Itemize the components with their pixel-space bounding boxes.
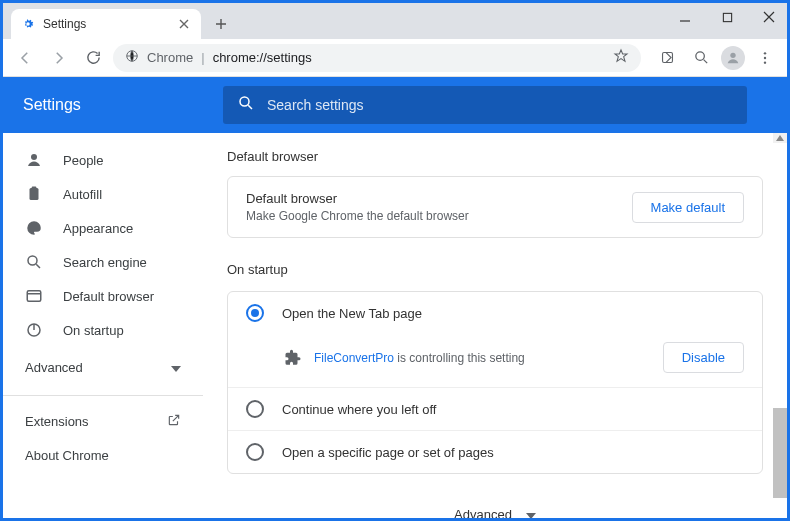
- browser-icon: [25, 287, 43, 305]
- settings-page: Settings People Autofill: [3, 77, 787, 518]
- extension-notice-text: FileConvertPro is controlling this setti…: [314, 351, 525, 365]
- svg-rect-11: [32, 187, 37, 190]
- power-icon: [25, 321, 43, 339]
- sidebar-about-chrome[interactable]: About Chrome: [3, 438, 203, 472]
- svg-rect-10: [30, 188, 39, 200]
- default-browser-secondary: Make Google Chrome the default browser: [246, 209, 469, 223]
- radio-specific-label: Open a specific page or set of pages: [282, 445, 494, 460]
- clipboard-icon: [25, 185, 43, 203]
- svg-point-5: [764, 52, 766, 54]
- settings-sidebar: People Autofill Appearance Search engine…: [3, 133, 203, 518]
- browser-tab[interactable]: Settings: [11, 9, 201, 39]
- extension-puzzle-icon: [284, 349, 302, 367]
- site-info-icon[interactable]: [125, 49, 139, 66]
- close-tab-icon[interactable]: [177, 17, 191, 31]
- new-tab-button[interactable]: [209, 12, 233, 36]
- browser-toolbar: Chrome | chrome://settings: [3, 39, 787, 77]
- sidebar-label: Autofill: [63, 187, 102, 202]
- section-startup-title: On startup: [227, 262, 763, 277]
- toolbar-right: [653, 44, 779, 72]
- sidebar-about-label: About Chrome: [25, 448, 109, 463]
- make-default-button[interactable]: Make default: [632, 192, 744, 223]
- extension-notice-suffix: is controlling this setting: [394, 351, 525, 365]
- back-button[interactable]: [11, 44, 39, 72]
- window-controls: [671, 7, 783, 27]
- sidebar-item-people[interactable]: People: [3, 143, 203, 177]
- external-link-icon: [167, 413, 181, 430]
- chevron-down-icon: [171, 360, 181, 375]
- sidebar-item-autofill[interactable]: Autofill: [3, 177, 203, 211]
- radio-newtab[interactable]: [246, 304, 264, 322]
- scroll-up-arrow[interactable]: [773, 133, 787, 143]
- forward-button[interactable]: [45, 44, 73, 72]
- settings-body: People Autofill Appearance Search engine…: [3, 133, 787, 518]
- search-icon[interactable]: [687, 44, 715, 72]
- settings-header: Settings: [3, 77, 787, 133]
- sidebar-label: On startup: [63, 323, 124, 338]
- svg-point-9: [31, 154, 37, 160]
- omnibox-separator: |: [201, 50, 204, 65]
- disable-extension-button[interactable]: Disable: [663, 342, 744, 373]
- sidebar-advanced-label: Advanced: [25, 360, 83, 375]
- radio-specific[interactable]: [246, 443, 264, 461]
- extension-controlling-notice: FileConvertPro is controlling this setti…: [228, 334, 762, 387]
- sidebar-item-search-engine[interactable]: Search engine: [3, 245, 203, 279]
- startup-option-specific[interactable]: Open a specific page or set of pages: [228, 430, 762, 473]
- settings-search[interactable]: [223, 86, 747, 124]
- palette-icon: [25, 219, 43, 237]
- svg-point-7: [764, 61, 766, 63]
- settings-main: Default browser Default browser Make Goo…: [203, 133, 787, 518]
- startup-card: Open the New Tab page FileConvertPro is …: [227, 291, 763, 474]
- svg-point-6: [764, 56, 766, 58]
- minimize-button[interactable]: [671, 7, 699, 27]
- bookmark-star-icon[interactable]: [613, 48, 629, 67]
- profile-avatar[interactable]: [721, 46, 745, 70]
- search-icon: [25, 253, 43, 271]
- menu-icon[interactable]: [751, 44, 779, 72]
- svg-rect-0: [723, 13, 731, 21]
- sidebar-label: Default browser: [63, 289, 154, 304]
- svg-point-4: [730, 52, 735, 57]
- sidebar-item-on-startup[interactable]: On startup: [3, 313, 203, 347]
- chrome-window: Settings Chrome | chrome://settings: [0, 0, 790, 521]
- sidebar-label: Search engine: [63, 255, 147, 270]
- footer-advanced-toggle[interactable]: Advanced: [227, 494, 763, 518]
- sidebar-label: Appearance: [63, 221, 133, 236]
- close-window-button[interactable]: [755, 7, 783, 27]
- radio-continue[interactable]: [246, 400, 264, 418]
- sidebar-advanced-toggle[interactable]: Advanced: [3, 347, 203, 387]
- svg-point-8: [240, 97, 249, 106]
- settings-search-input[interactable]: [267, 97, 733, 113]
- omnibox-url: chrome://settings: [213, 50, 312, 65]
- scrollbar-thumb[interactable]: [773, 408, 787, 498]
- sidebar-item-default-browser[interactable]: Default browser: [3, 279, 203, 313]
- default-browser-row: Default browser Make Google Chrome the d…: [228, 177, 762, 237]
- radio-newtab-label: Open the New Tab page: [282, 306, 422, 321]
- sidebar-label: People: [63, 153, 103, 168]
- sidebar-extensions[interactable]: Extensions: [3, 404, 203, 438]
- startup-option-continue[interactable]: Continue where you left off: [228, 387, 762, 430]
- startup-option-newtab[interactable]: Open the New Tab page: [228, 292, 762, 334]
- tab-title: Settings: [43, 17, 86, 31]
- omnibox-scheme: Chrome: [147, 50, 193, 65]
- extension-name-link[interactable]: FileConvertPro: [314, 351, 394, 365]
- svg-rect-13: [27, 291, 41, 302]
- person-icon: [25, 151, 43, 169]
- maximize-button[interactable]: [713, 7, 741, 27]
- settings-gear-icon: [21, 17, 35, 31]
- sidebar-item-appearance[interactable]: Appearance: [3, 211, 203, 245]
- reload-button[interactable]: [79, 44, 107, 72]
- page-title: Settings: [23, 96, 203, 114]
- footer-advanced-label: Advanced: [454, 507, 512, 519]
- extension-icon[interactable]: [653, 44, 681, 72]
- default-browser-primary: Default browser: [246, 191, 469, 206]
- section-default-browser-title: Default browser: [227, 149, 763, 164]
- svg-point-12: [28, 256, 37, 265]
- sidebar-divider: [3, 395, 203, 396]
- sidebar-extensions-label: Extensions: [25, 414, 89, 429]
- address-bar[interactable]: Chrome | chrome://settings: [113, 44, 641, 72]
- search-icon: [237, 94, 255, 116]
- svg-point-3: [695, 52, 704, 61]
- default-browser-card: Default browser Make Google Chrome the d…: [227, 176, 763, 238]
- chevron-down-icon: [526, 507, 536, 519]
